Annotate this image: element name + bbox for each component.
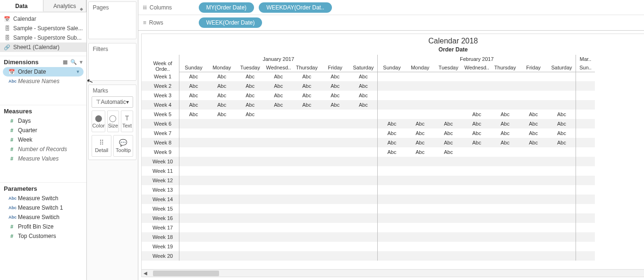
cell[interactable]	[491, 72, 519, 81]
row-header[interactable]: Week 11	[142, 166, 179, 176]
cell[interactable]: Abc	[293, 72, 321, 81]
horizontal-scrollbar[interactable]: ◀ ▶	[142, 269, 644, 277]
cell[interactable]	[491, 166, 519, 176]
cell[interactable]	[406, 195, 434, 204]
cell[interactable]	[576, 110, 595, 119]
cell[interactable]	[548, 147, 576, 157]
cell[interactable]	[208, 242, 236, 251]
field-dropdown-icon[interactable]: ▼	[76, 69, 80, 74]
cell[interactable]: Abc	[349, 72, 378, 81]
tab-data[interactable]: Data	[0, 0, 43, 12]
row-header[interactable]: Week 5	[142, 110, 179, 119]
cell[interactable]	[236, 157, 264, 166]
cell[interactable]	[179, 185, 208, 195]
cell[interactable]: Abc	[548, 138, 576, 147]
cell[interactable]	[576, 204, 595, 213]
cell[interactable]	[208, 147, 236, 157]
cell[interactable]	[236, 251, 264, 261]
corner-header[interactable]: Week of Orde..	[142, 55, 179, 72]
cell[interactable]	[548, 185, 576, 195]
cell[interactable]	[349, 195, 378, 204]
cell[interactable]: Abc	[321, 81, 349, 91]
cell[interactable]	[321, 110, 349, 119]
cell[interactable]	[208, 138, 236, 147]
cell[interactable]	[406, 81, 434, 91]
cell[interactable]	[519, 72, 548, 81]
cell[interactable]	[179, 251, 208, 261]
cell[interactable]	[378, 166, 406, 176]
cell[interactable]	[236, 195, 264, 204]
cell[interactable]	[519, 232, 548, 242]
datasource-item[interactable]: 🔗Sheet1 (Calendar)	[0, 42, 86, 52]
field-item[interactable]: #Top Customers	[0, 231, 86, 241]
cell[interactable]	[463, 176, 491, 185]
cell[interactable]	[434, 81, 463, 91]
cell[interactable]	[179, 232, 208, 242]
cell[interactable]	[463, 157, 491, 166]
cell[interactable]	[463, 204, 491, 213]
cell[interactable]	[548, 91, 576, 100]
mark-size-button[interactable]: ◯Size	[107, 110, 119, 132]
cell[interactable]	[321, 242, 349, 251]
cell[interactable]	[236, 166, 264, 176]
cell[interactable]	[491, 204, 519, 213]
cell[interactable]	[236, 213, 264, 223]
cell[interactable]	[378, 81, 406, 91]
cell[interactable]	[378, 72, 406, 81]
cell[interactable]	[491, 81, 519, 91]
cell[interactable]	[519, 147, 548, 157]
cell[interactable]	[179, 166, 208, 176]
cell[interactable]	[321, 138, 349, 147]
menu-icon[interactable]: ▾	[80, 59, 83, 65]
cell[interactable]	[378, 204, 406, 213]
columns-shelf[interactable]: iiiColumns MY(Order Date)WEEKDAY(Order D…	[138, 0, 644, 15]
mark-color-button[interactable]: ⬤Color	[92, 110, 105, 132]
cell[interactable]	[576, 166, 595, 176]
viz-title[interactable]: Calendar 2018	[142, 34, 644, 46]
cell[interactable]: Abc	[491, 128, 519, 138]
cell[interactable]	[406, 100, 434, 110]
cell[interactable]	[576, 100, 595, 110]
cell[interactable]	[406, 176, 434, 185]
cell[interactable]	[491, 223, 519, 232]
cell[interactable]: Abc	[548, 110, 576, 119]
cell[interactable]	[236, 128, 264, 138]
cell[interactable]: Abc	[293, 81, 321, 91]
cell[interactable]	[434, 223, 463, 232]
cell[interactable]	[321, 204, 349, 213]
cell[interactable]	[208, 157, 236, 166]
cell[interactable]	[321, 166, 349, 176]
row-header[interactable]: Week 13	[142, 185, 179, 195]
cell[interactable]	[264, 251, 293, 261]
cell[interactable]	[519, 157, 548, 166]
cell[interactable]	[349, 204, 378, 213]
cell[interactable]	[321, 223, 349, 232]
cell[interactable]	[519, 81, 548, 91]
cell[interactable]: Abc	[463, 128, 491, 138]
cell[interactable]	[293, 119, 321, 128]
cell[interactable]	[179, 213, 208, 223]
cell[interactable]	[293, 185, 321, 195]
cell[interactable]	[378, 223, 406, 232]
month-header[interactable]: Mar..	[576, 55, 595, 63]
cell[interactable]	[293, 166, 321, 176]
cell[interactable]	[463, 251, 491, 261]
cell[interactable]	[236, 138, 264, 147]
cell[interactable]	[321, 195, 349, 204]
cell[interactable]	[576, 138, 595, 147]
cell[interactable]: Abc	[434, 128, 463, 138]
cell[interactable]	[236, 185, 264, 195]
row-header[interactable]: Week 1	[142, 72, 179, 81]
cell[interactable]	[463, 147, 491, 157]
cell[interactable]	[519, 100, 548, 110]
cell[interactable]	[434, 72, 463, 81]
cell[interactable]: Abc	[519, 138, 548, 147]
cell[interactable]: Abc	[208, 100, 236, 110]
datasource-item[interactable]: 📅Calendar	[0, 14, 86, 24]
cell[interactable]	[378, 232, 406, 242]
cell[interactable]	[293, 232, 321, 242]
cell[interactable]	[264, 204, 293, 213]
cell[interactable]	[321, 232, 349, 242]
tab-analytics[interactable]: Analytics◆	[43, 0, 87, 12]
cell[interactable]	[378, 100, 406, 110]
